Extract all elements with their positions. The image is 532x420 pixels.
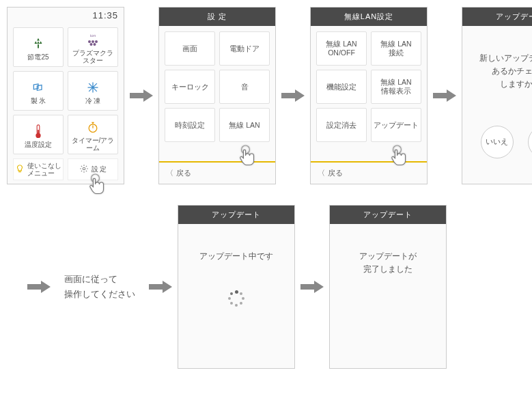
wlan-onoff-item[interactable]: 無線 LAN ON/OFF (316, 31, 367, 66)
no-button[interactable]: いいえ (481, 126, 514, 158)
svg-point-4 (90, 43, 93, 46)
leaf-icon (31, 34, 46, 53)
stopwatch-icon (86, 117, 100, 137)
guidance-text: 画面に従って 操作してください (56, 272, 143, 302)
panel-title: 無線LAN設定 (311, 8, 427, 26)
svg-point-5 (94, 43, 96, 46)
ion-icon: ion (84, 30, 102, 49)
updating-panel: アップデート アップデート中です (178, 205, 295, 369)
clock-item[interactable]: 時刻設定 (165, 108, 215, 142)
gear-icon (79, 164, 89, 175)
svg-point-12 (83, 167, 85, 170)
chevron-left-icon: 〈 (318, 168, 325, 178)
bulb-icon (15, 164, 25, 175)
done-message: アップデートが 完了しました (335, 250, 440, 276)
snowflake-icon (86, 78, 100, 97)
panel-title: アップデート (178, 206, 294, 224)
arrow-icon (433, 89, 456, 102)
wlan-connect-item[interactable]: 無線 LAN 接続 (371, 31, 421, 66)
ice-card[interactable]: 製 氷 (13, 71, 64, 111)
back-button[interactable]: 〈戻る (311, 161, 427, 184)
arrow-icon (149, 280, 172, 294)
arrow-icon (130, 89, 153, 102)
wlan-reset-item[interactable]: 設定消去 (316, 108, 367, 142)
wlan-func-item[interactable]: 機能設定 (316, 70, 367, 104)
wlan-item[interactable]: 無線 LAN (219, 108, 270, 142)
arrow-icon (27, 280, 51, 294)
keylock-item[interactable]: キーロック (165, 70, 215, 104)
sound-item[interactable]: 音 (219, 70, 270, 104)
spinner-icon (228, 290, 244, 307)
home-panel: 11:35 節電25 ion プラズマクラスター (7, 7, 124, 184)
tips-menu[interactable]: 使いこなし メニュー (13, 158, 64, 180)
svg-point-3 (95, 40, 98, 43)
wlan-update-item[interactable]: アップデート (371, 108, 421, 142)
freeze-card[interactable]: 冷 凍 (68, 71, 118, 111)
panel-title: アップデート (462, 8, 532, 26)
done-panel: アップデート アップデートが 完了しました (329, 205, 447, 369)
thermometer-icon (33, 122, 44, 141)
clock: 11:35 (8, 8, 124, 22)
ice-icon (31, 78, 45, 97)
chevron-left-icon: 〈 (166, 168, 173, 178)
auto-door-item[interactable]: 電動ドア (219, 31, 270, 66)
arrow-icon (281, 89, 305, 102)
svg-point-1 (88, 40, 91, 43)
svg-rect-10 (38, 130, 39, 135)
back-button[interactable]: 〈戻る (159, 161, 275, 184)
panel-title: アップデート (330, 206, 446, 224)
eco-card[interactable]: 節電25 (13, 27, 64, 67)
svg-rect-7 (37, 85, 42, 90)
settings-menu[interactable]: 設 定 (68, 158, 118, 180)
updating-message: アップデート中です (184, 250, 289, 263)
arrow-icon (300, 280, 324, 294)
confirm-message: 新しいアップデートが あるかチェック しますか？ (468, 52, 532, 92)
update-confirm-panel: アップデート 新しいアップデートが あるかチェック しますか？ いいえ はい (462, 7, 532, 184)
timer-card[interactable]: タイマー/アラーム (68, 115, 118, 154)
screen-item[interactable]: 画面 (165, 31, 215, 66)
wlan-info-item[interactable]: 無線 LAN 情報表示 (371, 70, 421, 104)
wlan-panel: 無線LAN設定 無線 LAN ON/OFF 無線 LAN 接続 機能設定 無線 … (310, 7, 428, 184)
temp-card[interactable]: 温度設定 (13, 115, 64, 154)
settings-panel: 設 定 画面 電動ドア キーロック 音 時刻設定 無線 LAN 〈戻る (158, 7, 276, 184)
svg-text:ion: ion (90, 33, 96, 38)
svg-point-2 (92, 40, 94, 43)
yes-button[interactable]: はい (528, 126, 533, 158)
panel-title: 設 定 (159, 8, 275, 26)
plasma-card[interactable]: ion プラズマクラスター (68, 27, 118, 67)
svg-rect-6 (33, 83, 38, 89)
